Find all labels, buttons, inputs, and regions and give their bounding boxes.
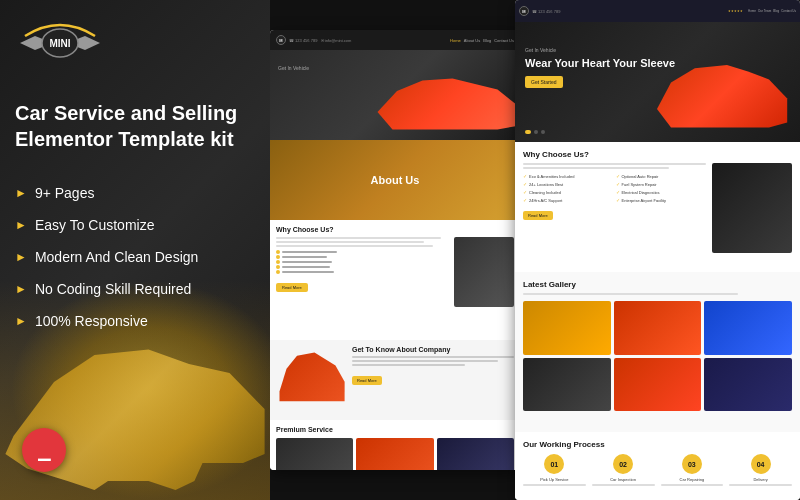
hero-right-text: Get In Vehicle Wear Your Heart Your Slee… [525, 47, 675, 88]
preview-right-gallery: Latest Gallery [515, 272, 800, 432]
gallery-item-5 [614, 358, 702, 412]
feature-responsive-text: 100% Responsive [35, 313, 148, 329]
premium-img-2 [356, 438, 433, 470]
hero-left-subtitle: Get In Vehicle [278, 65, 309, 71]
preview-right-why: Why Choose Us? ✓ Eco & Amenities Include… [515, 142, 800, 272]
hero-right-cta[interactable]: Get Started [525, 76, 563, 88]
working-title: Our Working Process [523, 440, 792, 449]
right-preview-area: M ☎ 123 456 789 ✉ info@mini.com Home Abo… [270, 0, 800, 500]
preview-left-header: M ☎ 123 456 789 ✉ info@mini.com Home Abo… [270, 30, 520, 50]
company-image [276, 346, 346, 411]
why-left-title: Why Choose Us? [276, 226, 514, 233]
preview-right-header-nav: ★★★★★ Home Our Team Blog Contact Us [728, 9, 796, 13]
left-panel: MINI Car Service and Selling Elementor T… [0, 0, 270, 500]
why-right-image [712, 163, 792, 253]
preview-window-left: M ☎ 123 456 789 ✉ info@mini.com Home Abo… [270, 30, 520, 470]
gallery-item-4 [523, 358, 611, 412]
brand-logo: MINI [15, 18, 105, 68]
elementor-icon: ⎯ [38, 439, 50, 462]
product-title-area: Car Service and Selling Elementor Templa… [15, 100, 260, 151]
why-left-text-area: Read More [276, 237, 450, 307]
premium-img-3 [437, 438, 514, 470]
feature-coding-text: No Coding Skill Required [35, 281, 191, 297]
why-right-text: ✓ Eco & Amenities Included ✓ Optional Au… [523, 163, 706, 253]
dot-2 [534, 130, 538, 134]
feature-responsive: ► 100% Responsive [15, 313, 198, 329]
premium-images [276, 438, 514, 470]
preview-window-right: M ☎ 123 456 789 ★★★★★ Home Our Team Blog… [515, 0, 800, 500]
arrow-icon-design: ► [15, 250, 27, 264]
gallery-item-6 [704, 358, 792, 412]
working-step-1: 01 Pick Up Service [523, 454, 586, 486]
why-left-list [276, 250, 450, 274]
arrow-icon-customize: ► [15, 218, 27, 232]
preview-right-header-logo: M ☎ 123 456 789 [519, 6, 560, 16]
gallery-item-2 [614, 301, 702, 355]
why-right-content: ✓ Eco & Amenities Included ✓ Optional Au… [523, 163, 792, 253]
why-right-title: Why Choose Us? [523, 150, 792, 159]
hero-right-subtitle: Get In Vehicle [525, 47, 675, 53]
preview-left-nav: Home About Us Blog Contact Us [450, 38, 514, 43]
company-title: Get To Know About Company [352, 346, 514, 353]
arrow-icon-responsive: ► [15, 314, 27, 328]
dot-3 [541, 130, 545, 134]
read-more-button[interactable]: Read More [276, 283, 308, 292]
why-right-list: ✓ Eco & Amenities Included ✓ Optional Au… [523, 173, 706, 203]
feature-pages: ► 9+ Pages [15, 185, 198, 201]
preview-left-header-logo: M ☎ 123 456 789 ✉ info@mini.com [276, 35, 351, 45]
dot-1 [525, 130, 531, 134]
preview-right-header: M ☎ 123 456 789 ★★★★★ Home Our Team Blog… [515, 0, 800, 22]
company-cta-button[interactable]: Read More [352, 376, 382, 385]
svg-text:MINI: MINI [49, 38, 70, 49]
why-left-image [454, 237, 514, 307]
preview-left-why: Why Choose Us? Read More [270, 220, 520, 340]
gallery-item-1 [523, 301, 611, 355]
product-subtitle: Elementor Template kit [15, 128, 260, 151]
company-text: Get To Know About Company Read More [352, 346, 514, 414]
feature-pages-text: 9+ Pages [35, 185, 95, 201]
working-steps: 01 Pick Up Service 02 Car Inspection 03 [523, 454, 792, 486]
arrow-icon-coding: ► [15, 282, 27, 296]
header-mini-circle: M [276, 35, 286, 45]
working-step-4: 04 Delivery [729, 454, 792, 486]
preview-right-hero: Get In Vehicle Wear Your Heart Your Slee… [515, 22, 800, 142]
gallery-grid [523, 301, 792, 411]
header-mini-text: M [279, 38, 282, 43]
preview-left-hero: Get In Vehicle [270, 50, 520, 140]
premium-img-1 [276, 438, 353, 470]
hero-left-text: Get In Vehicle [278, 65, 309, 74]
preview-left-company: Get To Know About Company Read More [270, 340, 520, 420]
premium-title: Premium Service [276, 426, 514, 433]
preview-left-premium: Premium Service [270, 420, 520, 470]
product-title: Car Service and Selling [15, 100, 260, 126]
hero-left-car [370, 70, 520, 140]
logo-arc-svg [23, 18, 97, 38]
header-contact-text: ☎ 123 456 789 ✉ info@mini.com [289, 38, 351, 43]
about-label: About Us [371, 174, 420, 186]
feature-design-text: Modern And Clean Design [35, 249, 198, 265]
header-right-circle: M [519, 6, 529, 16]
hero-dots [525, 130, 545, 134]
gallery-title: Latest Gallery [523, 280, 792, 289]
working-step-2: 02 Car Inspection [592, 454, 655, 486]
why-right-cta[interactable]: Read More [523, 211, 553, 220]
features-list: ► 9+ Pages ► Easy To Customize ► Modern … [15, 185, 198, 345]
feature-coding: ► No Coding Skill Required [15, 281, 198, 297]
hero-right-title: Wear Your Heart Your Sleeve [525, 56, 675, 70]
feature-customize: ► Easy To Customize [15, 217, 198, 233]
working-step-3: 03 Car Repairing [661, 454, 724, 486]
preview-right-working: Our Working Process 01 Pick Up Service 0… [515, 432, 800, 500]
feature-customize-text: Easy To Customize [35, 217, 155, 233]
arrow-icon-pages: ► [15, 186, 27, 200]
elementor-badge: ⎯ [22, 428, 66, 472]
company-lines [352, 356, 514, 366]
why-left-content: Read More [276, 237, 514, 307]
preview-left-about: About Us [270, 140, 520, 220]
gallery-item-3 [704, 301, 792, 355]
gallery-subtitle-line [523, 293, 738, 295]
feature-design: ► Modern And Clean Design [15, 249, 198, 265]
